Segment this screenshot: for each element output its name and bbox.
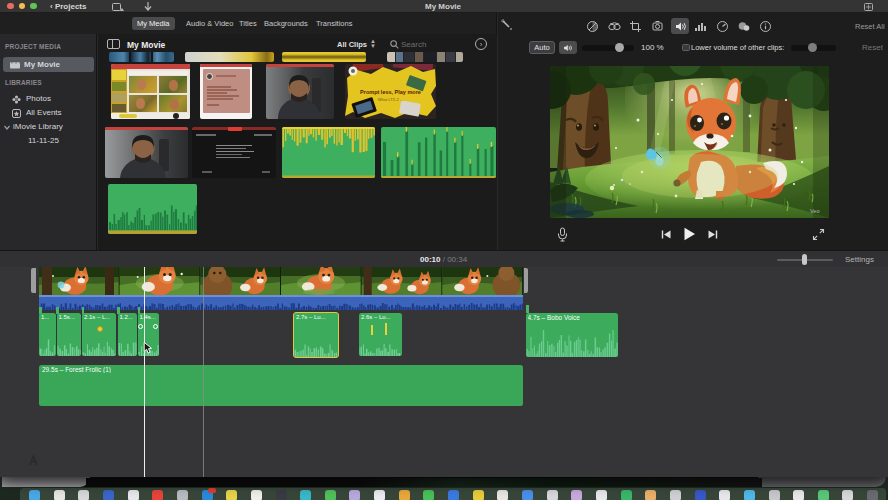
svg-text:Veo: Veo (810, 208, 819, 214)
